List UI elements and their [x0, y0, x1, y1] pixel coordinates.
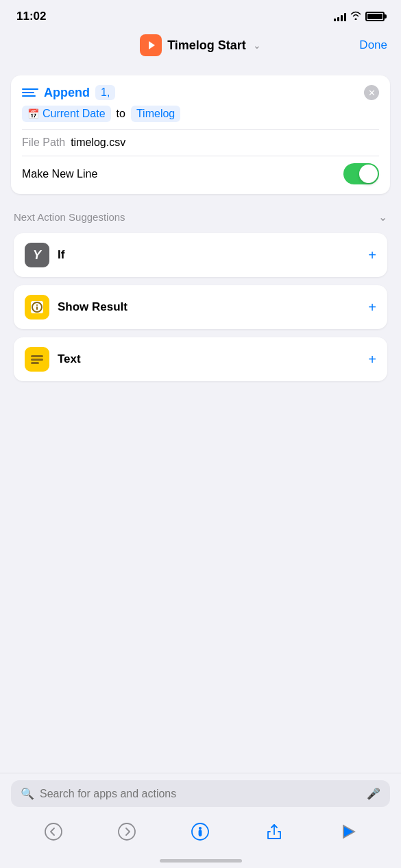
card-divider-1 — [22, 129, 379, 130]
battery-icon — [365, 12, 385, 21]
svg-rect-5 — [31, 355, 43, 357]
suggestion-label-if: If — [58, 248, 360, 262]
search-input[interactable] — [40, 788, 361, 800]
status-time: 11:02 — [16, 10, 46, 23]
svg-rect-12 — [199, 830, 202, 836]
svg-point-3 — [36, 304, 38, 306]
info-button[interactable] — [185, 817, 215, 847]
home-bar — [160, 859, 242, 863]
svg-rect-7 — [31, 362, 39, 364]
share-button[interactable] — [259, 817, 289, 847]
text-icon — [25, 347, 49, 372]
close-button[interactable]: ✕ — [364, 85, 379, 100]
add-text-button[interactable]: + — [368, 352, 376, 367]
suggestion-item-show-result[interactable]: Show Result + — [14, 285, 387, 329]
svg-point-8 — [45, 823, 62, 840]
wifi-icon — [350, 11, 361, 22]
suggestions-section: Next Action Suggestions ⌄ Y If + Show Re… — [11, 210, 390, 381]
header-app-name: Timelog Start — [167, 38, 246, 53]
signal-icon — [334, 12, 346, 21]
card-divider-2 — [22, 156, 379, 156]
suggestion-label-show-result: Show Result — [58, 300, 360, 314]
suggestion-label-text: Text — [58, 352, 360, 366]
show-result-icon — [25, 295, 49, 320]
header: Timelog Start ⌄ Done — [0, 27, 401, 64]
add-if-button[interactable]: + — [368, 248, 376, 263]
file-path-row: File Path timelog.csv — [22, 136, 379, 149]
suggestions-chevron-icon[interactable]: ⌄ — [378, 210, 387, 224]
svg-point-9 — [119, 823, 135, 840]
status-bar: 11:02 — [0, 0, 401, 27]
list-icon — [22, 86, 38, 99]
action-card: Append 1, ✕ 📅 Current Date to Timelog Fi… — [11, 75, 390, 194]
current-date-label: Current Date — [42, 108, 106, 120]
search-bar[interactable]: 🔍 🎤 — [11, 780, 390, 807]
microphone-icon[interactable]: 🎤 — [367, 787, 380, 800]
chevron-down-icon[interactable]: ⌄ — [253, 40, 261, 51]
file-path-label: File Path — [22, 136, 65, 149]
home-indicator — [0, 855, 401, 868]
forward-button[interactable] — [112, 817, 142, 847]
current-date-chip[interactable]: 📅 Current Date — [22, 106, 111, 122]
timelog-label: Timelog — [136, 108, 175, 119]
header-title: Timelog Start ⌄ — [140, 34, 261, 56]
bottom-toolbar — [0, 811, 401, 855]
append-row: Append 1, ✕ — [22, 85, 379, 100]
suggestion-item-text[interactable]: Text + — [14, 337, 387, 381]
calendar-icon: 📅 — [27, 108, 39, 119]
file-path-value[interactable]: timelog.csv — [71, 136, 125, 149]
append-label: Append — [44, 86, 90, 100]
main-content: Append 1, ✕ 📅 Current Date to Timelog Fi… — [0, 64, 401, 381]
make-new-line-toggle[interactable] — [343, 163, 379, 184]
suggestion-item-if[interactable]: Y If + — [14, 233, 387, 277]
suggestions-title: Next Action Suggestions — [14, 211, 125, 223]
timelog-chip[interactable]: Timelog — [131, 106, 180, 122]
toggle-knob — [359, 165, 378, 183]
make-new-line-row: Make New Line — [22, 163, 379, 184]
back-button[interactable] — [38, 817, 69, 847]
svg-point-11 — [199, 828, 201, 829]
search-bar-container: 🔍 🎤 — [0, 773, 401, 811]
current-date-row: 📅 Current Date to Timelog — [22, 106, 379, 122]
search-icon: 🔍 — [21, 787, 34, 800]
append-value[interactable]: 1, — [95, 85, 115, 100]
if-icon: Y — [25, 243, 49, 267]
suggestions-header: Next Action Suggestions ⌄ — [14, 210, 387, 224]
svg-rect-6 — [31, 359, 43, 361]
svg-marker-0 — [149, 41, 155, 49]
done-button[interactable]: Done — [359, 38, 387, 52]
bottom-area: 🔍 🎤 — [0, 773, 401, 868]
svg-marker-13 — [343, 825, 354, 838]
svg-rect-4 — [36, 306, 38, 310]
play-button[interactable] — [332, 817, 363, 847]
make-new-line-label: Make New Line — [22, 168, 97, 180]
status-icons — [334, 11, 385, 22]
add-show-result-button[interactable]: + — [368, 300, 376, 315]
to-label: to — [117, 108, 125, 120]
app-icon — [140, 34, 162, 56]
